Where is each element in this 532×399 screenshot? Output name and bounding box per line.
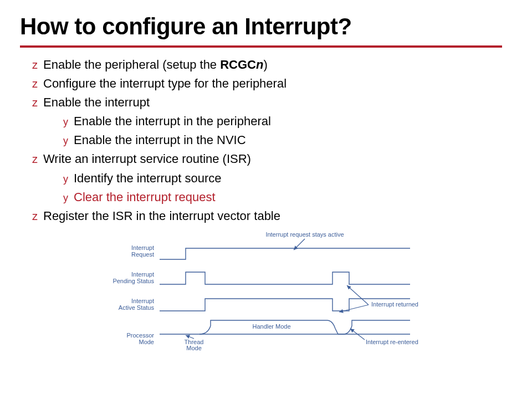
diagram-label: Active Status [119, 304, 155, 311]
diagram-label: Request [131, 251, 154, 258]
svg-line-3 [347, 285, 369, 305]
bullet-list: zEnable the peripheral (setup the RCGCn)… [20, 55, 512, 226]
bullet-marker-y: y [63, 172, 68, 187]
diagram-label: Handler Mode [252, 323, 290, 330]
bullet-text: Identify the interrupt source [74, 171, 222, 185]
bullet-marker-z: z [32, 57, 38, 74]
bullet-text: Register the ISR in the interrupt vector… [43, 209, 280, 223]
bullet-marker-z: z [32, 208, 38, 225]
bullet-text: ) [263, 58, 267, 71]
bullet-text-bold: RCGC [220, 58, 256, 71]
diagram-label: Interrupt [131, 244, 154, 251]
bullet-item: zEnable the peripheral (setup the RCGCn) [32, 55, 512, 74]
bullet-subitem: yEnable the interrupt in the peripheral [63, 112, 512, 131]
bullet-subitem: yClear the interrupt request [63, 188, 512, 207]
bullet-text: Enable the interrupt in the NVIC [74, 133, 246, 147]
bullet-text-red: Clear the interrupt request [74, 190, 216, 204]
bullet-subitem: yEnable the interrupt in the NVIC [63, 131, 512, 150]
bullet-marker-y: y [63, 134, 68, 149]
timing-diagram: Interrupt request stays active Interrupt… [111, 229, 421, 353]
bullet-item: zConfigure the interrupt type for the pe… [32, 74, 512, 93]
diagram-label: Interrupt [131, 298, 154, 304]
bullet-item: zEnable the interrupt [32, 93, 512, 112]
bullet-text: Enable the interrupt [43, 95, 150, 109]
svg-line-2 [339, 305, 369, 312]
diagram-label: Interrupt request stays active [265, 231, 344, 238]
bullet-marker-y: y [63, 191, 68, 206]
diagram-label: Mode [139, 339, 154, 345]
bullet-marker-z: z [32, 94, 38, 111]
diagram-label: Mode [186, 345, 202, 351]
slide-title: How to configure an Interrupt? [20, 13, 512, 40]
diagram-label: Interrupt re-entered [366, 339, 418, 345]
bullet-marker-y: y [63, 115, 68, 130]
bullet-marker-z: z [32, 151, 38, 168]
diagram-label: Processor [126, 332, 154, 339]
bullet-item: zWrite an interrupt service routine (ISR… [32, 150, 512, 168]
bullet-text-italic: n [256, 58, 263, 71]
bullet-text: Write an interrupt service routine (ISR) [43, 152, 251, 166]
bullet-subitem: yIdentify the interrupt source [63, 169, 512, 188]
diagram-label: Interrupt [131, 271, 154, 278]
diagram-label: Pending Status [112, 278, 154, 284]
bullet-text: Enable the interrupt in the peripheral [74, 114, 271, 128]
bullet-text: Enable the peripheral (setup the [43, 58, 220, 71]
bullet-item: zRegister the ISR in the interrupt vecto… [32, 207, 512, 226]
bullet-text: Configure the interrupt type for the per… [43, 76, 287, 90]
title-rule [20, 45, 502, 48]
diagram-label: Interrupt returned [371, 301, 418, 308]
bullet-marker-z: z [32, 75, 38, 93]
